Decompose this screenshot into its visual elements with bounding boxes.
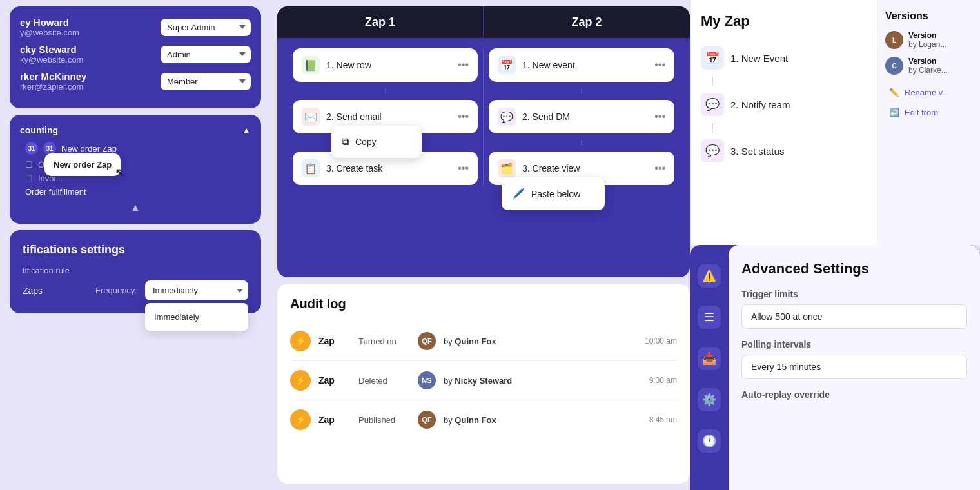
trigger-limits-label: Trigger limits — [741, 289, 967, 299]
left-panel: ey Howard y@website.com Super Admin Admi… — [0, 0, 271, 490]
version-avatar-1: C — [885, 57, 903, 75]
zap-name-0: New order Zap — [61, 144, 117, 153]
audit-zap-name-0: Zap — [318, 336, 351, 346]
advanced-icons-col: ⚠️ ☰ 📥 ⚙️ 🕐 — [690, 245, 729, 490]
my-zap-step0-icon: 📅 — [701, 46, 724, 70]
freq-option-immediately[interactable]: Immediately — [145, 306, 248, 328]
folder-collapse-bottom-icon[interactable]: ▲ — [130, 202, 141, 213]
zap1-step1-dots[interactable]: ••• — [458, 111, 469, 122]
members-card: ey Howard y@website.com Super Admin Admi… — [10, 6, 261, 108]
trigger-limits-input[interactable] — [741, 304, 967, 329]
folder-header: counting ▲ — [20, 125, 251, 135]
step-connector-0 — [712, 76, 713, 86]
member-row-1: cky Steward ky@website.com Super Admin A… — [20, 44, 251, 64]
notifications-card: tifications settings tification rule Zap… — [10, 230, 261, 313]
edit-from-action[interactable]: ↩️ Edit from — [885, 103, 972, 122]
copy-icon: ⧉ — [342, 136, 349, 148]
polling-intervals-input[interactable] — [741, 355, 967, 379]
member-name-0: ey Howard — [20, 17, 79, 28]
versions-panel: Versions L Version by Logan... C Version… — [877, 0, 980, 245]
audit-zap-name-2: Zap — [318, 415, 351, 425]
clock-icon: 🕐 — [698, 429, 721, 453]
member-info-1: cky Steward ky@website.com — [20, 44, 83, 64]
zap1-step2-label: 3. Create task — [326, 163, 451, 173]
zap-badge-0a: 31 — [25, 142, 38, 155]
zap2-step-2: 🗂️ 3. Create view ••• 🖊️ Paste below — [489, 152, 674, 185]
audit-log-panel: Audit log ⚡ Zap Turned on QF by Quinn Fo… — [277, 284, 690, 484]
my-zap-step2-label: 3. Set status — [730, 146, 784, 157]
edit-from-label: Edit from — [905, 108, 938, 117]
audit-card: Audit log ⚡ Zap Turned on QF by Quinn Fo… — [277, 284, 690, 484]
paste-icon: 🖊️ — [512, 188, 525, 200]
audit-action-0: Turned on — [358, 337, 410, 346]
zap2-step2-dots[interactable]: ••• — [654, 162, 665, 174]
zap1-step0-label: 1. New row — [326, 60, 451, 70]
audit-row-1: ⚡ Zap Deleted NS by Nicky Steward 9:30 a… — [290, 361, 677, 400]
audit-avatar-1: NS — [418, 371, 436, 389]
zap1-step0-dots[interactable]: ••• — [458, 59, 469, 71]
my-zap-step1-icon: 💬 — [701, 93, 724, 116]
zap1-step2-icon: 📋 — [302, 159, 320, 177]
role-select-1[interactable]: Super Admin Admin Member — [161, 46, 251, 63]
advanced-settings-card: ⚠️ ☰ 📥 ⚙️ 🕐 Advanced Settings Trigger li… — [690, 245, 980, 490]
member-info-2: rker McKinney rker@zapier.com — [20, 71, 86, 92]
zap-list-item-0: 31 31 New order Zap — [25, 142, 251, 155]
zap1-step-1: ✉️ 2. Send email ••• ⧉ Copy — [293, 100, 478, 133]
zap2-step0-dots[interactable]: ••• — [654, 59, 665, 71]
paste-context-menu: 🖊️ Paste below — [502, 177, 605, 210]
version-text-1: Version by Clarke... — [908, 57, 948, 75]
download-icon: 📥 — [698, 347, 721, 370]
version-avatar-0: L — [885, 31, 903, 49]
member-name-1: cky Steward — [20, 44, 83, 55]
my-zap-step-2: 💬 3. Set status — [701, 133, 867, 169]
audit-avatar-2: QF — [418, 411, 436, 429]
version-label-1: Version — [908, 57, 936, 66]
list-icon: ☰ — [698, 306, 721, 329]
role-select-2[interactable]: Super Admin Admin Member — [161, 73, 251, 90]
member-row-0: ey Howard y@website.com Super Admin Admi… — [20, 17, 251, 37]
step-connector-1 — [712, 122, 713, 133]
zap2-step0-icon: 📅 — [498, 56, 516, 74]
my-zap-step2-icon: 💬 — [701, 139, 724, 162]
zap2-step-0: 📅 1. New event ••• — [489, 48, 674, 82]
rename-version-action[interactable]: ✏️ Rename v... — [885, 83, 972, 103]
audit-username-1: by Nicky Steward — [444, 376, 512, 386]
member-email-2: rker@zapier.com — [20, 82, 86, 92]
role-select-0[interactable]: Super Admin Admin Member — [161, 19, 251, 36]
frequency-select[interactable]: Immediately Every 15 minutes Hourly Dail… — [145, 280, 248, 300]
folder-section-label: counting — [20, 125, 58, 135]
version-text-0: Version by Logan... — [908, 31, 946, 49]
zap-drag-card[interactable]: New order Zap ↖ — [44, 153, 121, 176]
zap2-step1-label: 2. Send DM — [522, 112, 648, 122]
zap1-step2-dots[interactable]: ••• — [458, 162, 469, 174]
folder-collapse-icon[interactable]: ▲ — [242, 125, 251, 135]
zap2-step-1: 💬 2. Send DM ••• — [489, 100, 674, 133]
zap2-step1-icon: 💬 — [498, 108, 516, 126]
audit-zap-icon-0: ⚡ — [290, 331, 311, 351]
cursor-icon: ↖ — [115, 166, 124, 180]
audit-action-2: Published — [358, 415, 410, 425]
audit-zap-icon-2: ⚡ — [290, 409, 311, 430]
audit-action-1: Deleted — [358, 376, 410, 386]
notifications-rule-label: tification rule — [23, 266, 248, 275]
version-actions: ✏️ Rename v... ↩️ Edit from — [885, 83, 972, 122]
advanced-settings-content: Advanced Settings Trigger limits Polling… — [729, 245, 980, 490]
audit-zap-icon-1: ⚡ — [290, 370, 311, 391]
audit-row-2: ⚡ Zap Published QF by Quinn Fox 8:45 am — [290, 400, 677, 439]
frequency-dropdown: Immediately — [145, 303, 248, 331]
version-label-0: Version — [908, 31, 936, 40]
warning-icon: ⚠️ — [698, 264, 721, 288]
zap-drag-label: New order Zap — [54, 160, 112, 170]
zap2-step0-label: 1. New event — [522, 60, 648, 70]
audit-time-0: 10:00 am — [645, 337, 677, 346]
paste-menu-item[interactable]: 🖊️ Paste below — [502, 181, 605, 206]
copy-menu-item[interactable]: ⧉ Copy — [331, 130, 422, 154]
folders-card: counting ▲ 31 31 New order Zap ☐ Orders … — [10, 115, 261, 224]
zap-compare-panel: Zap 1 Zap 2 📗 1. New row ••• ✉️ 2. Send … — [277, 6, 690, 277]
version-sub-1: by Clarke... — [908, 66, 948, 75]
zap2-step2-icon: 🗂️ — [498, 159, 516, 177]
zap1-col: 📗 1. New row ••• ✉️ 2. Send email ••• ⧉ — [288, 48, 484, 185]
audit-row-0: ⚡ Zap Turned on QF by Quinn Fox 10:00 am — [290, 322, 677, 361]
zap2-step1-dots[interactable]: ••• — [654, 111, 665, 122]
audit-avatar-0: QF — [418, 332, 436, 350]
